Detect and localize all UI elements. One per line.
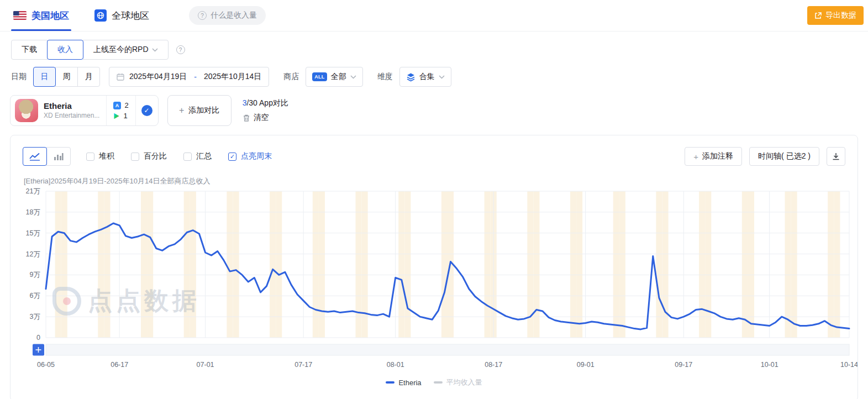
- dimension-select-value: 合集: [419, 72, 435, 82]
- tab-global-region[interactable]: 全球地区: [94, 0, 149, 31]
- checkbox-highlight-weekend[interactable]: ✓ 点亮周末: [228, 151, 272, 161]
- chart-title: [Etheria]2025年04月19日-2025年10月14日全部商店总收入: [24, 176, 858, 186]
- us-flag-icon: [13, 11, 27, 20]
- chart-option-checkboxes: ✓ 堆积 ✓ 百分比 ✓ 汇总 ✓ 点亮周末: [86, 151, 272, 161]
- export-label: 导出数据: [825, 11, 856, 20]
- tab-label: 全球地区: [112, 9, 149, 22]
- date-range-end: 2025年10月14日: [204, 72, 261, 82]
- y-axis-label: 0: [36, 334, 40, 342]
- add-compare-button[interactable]: + 添加对比: [167, 95, 232, 126]
- chart-area: 21万18万15万12万9万6万3万006-0506-1707-0107-170…: [20, 187, 858, 374]
- chart-card: ✓ 堆积 ✓ 百分比 ✓ 汇总 ✓ 点亮周末 + 添加注释 时间轴( 已选2 ): [10, 135, 858, 399]
- chevron-down-icon: [439, 75, 445, 79]
- legend-label: Etheria: [398, 379, 421, 387]
- timeline-label: 时间轴( 已选2 ): [758, 151, 811, 161]
- granularity-control: 日 周 月: [33, 67, 100, 87]
- dimension-filter-label: 维度: [377, 72, 393, 82]
- date-range-start: 2025年04月19日: [129, 72, 187, 82]
- granularity-day[interactable]: 日: [33, 67, 56, 87]
- chevron-down-icon: [152, 48, 158, 52]
- legend-item-average-revenue[interactable]: 平均收入量: [434, 377, 482, 387]
- plus-icon: +: [693, 152, 698, 161]
- app-avatar: [15, 99, 38, 122]
- app-card-etheria[interactable]: Etheria XD Entertainmen... A 2: [10, 95, 159, 126]
- export-data-button[interactable]: 导出数据: [807, 6, 864, 25]
- y-axis-label: 9万: [30, 271, 40, 279]
- store-filter-label: 商店: [283, 72, 299, 82]
- help-pill-label: 什么是收入量: [211, 11, 257, 20]
- dimension-select[interactable]: 合集: [399, 67, 451, 87]
- y-axis-label: 18万: [26, 208, 40, 216]
- granularity-label: 月: [85, 72, 93, 82]
- question-circle-icon: ?: [198, 11, 207, 20]
- checkbox-summary[interactable]: ✓ 汇总: [183, 151, 212, 161]
- trash-icon: [243, 114, 250, 122]
- checkbox-icon: ✓: [228, 153, 236, 161]
- metric-help-icon[interactable]: ?: [176, 45, 185, 54]
- bar-chart-button[interactable]: [46, 147, 71, 166]
- download-chart-button[interactable]: [827, 147, 845, 166]
- chevron-down-icon: [350, 75, 356, 79]
- add-annotation-label: 添加注释: [702, 151, 733, 161]
- metric-tab-downloads[interactable]: 下载: [11, 40, 48, 60]
- granularity-month[interactable]: 月: [77, 67, 100, 87]
- store-select[interactable]: ALL 全部: [306, 67, 362, 87]
- legend-marker: [386, 381, 394, 384]
- add-annotation-button[interactable]: + 添加注释: [685, 147, 742, 166]
- store-select-value: 全部: [331, 72, 346, 82]
- top-header: 美国地区 全球地区 ? 什么是收入量 导出数据: [0, 0, 868, 32]
- chart-type-toggle: [23, 147, 71, 166]
- datazoom-slider[interactable]: [46, 344, 849, 355]
- tab-us-region[interactable]: 美国地区: [13, 0, 69, 31]
- metric-tab-revenue[interactable]: 收入: [47, 40, 83, 60]
- granularity-label: 周: [63, 72, 71, 82]
- export-icon: [814, 12, 822, 19]
- line-chart-icon: [29, 153, 40, 161]
- legend-marker: [434, 381, 443, 384]
- date-range-picker[interactable]: 2025年04月19日 - 2025年10月14日: [109, 67, 269, 87]
- x-axis-label: 08-17: [485, 361, 502, 369]
- date-range-separator: -: [192, 72, 199, 81]
- checkbox-percentage[interactable]: ✓ 百分比: [131, 151, 167, 161]
- metric-segmented-control: 下载 收入 上线至今的RPD: [11, 40, 169, 60]
- android-count: 1: [123, 112, 127, 120]
- compare-counter: 3/30 App对比: [243, 98, 288, 108]
- clear-label: 清空: [254, 113, 269, 123]
- svg-text:A: A: [115, 103, 119, 108]
- legend-item-etheria[interactable]: Etheria: [386, 379, 421, 387]
- x-axis-label: 09-17: [675, 361, 692, 369]
- download-icon: [832, 153, 840, 160]
- x-axis-label: 06-17: [111, 361, 128, 369]
- line-chart-button[interactable]: [23, 147, 47, 166]
- y-axis-label: 15万: [26, 229, 40, 237]
- metric-label: 下载: [22, 45, 37, 55]
- tab-label: 美国地区: [31, 9, 69, 22]
- calendar-icon: [117, 73, 124, 81]
- filter-row: 日期 日 周 月 2025年04月19日 - 2025年10月14日 商店 AL…: [0, 60, 868, 87]
- compare-counter-rest: /30 App对比: [246, 98, 288, 107]
- metric-tab-rpd[interactable]: 上线至今的RPD: [83, 40, 169, 60]
- app-name: Etheria: [44, 101, 99, 112]
- chart-toolbar: ✓ 堆积 ✓ 百分比 ✓ 汇总 ✓ 点亮周末 + 添加注释 时间轴( 已选2 ): [10, 135, 858, 166]
- legend-label: 平均收入量: [446, 377, 482, 387]
- clear-compare-button[interactable]: 清空: [243, 113, 288, 123]
- granularity-label: 日: [41, 72, 49, 82]
- x-axis-label: 07-17: [294, 361, 312, 369]
- x-axis-label: 08-01: [387, 361, 404, 369]
- x-axis-label: 10-14: [840, 361, 858, 369]
- checkbox-stacked[interactable]: ✓ 堆积: [86, 151, 114, 161]
- x-axis-label: 09-01: [577, 361, 595, 369]
- y-axis-label: 3万: [30, 313, 40, 321]
- app-store-icon: A: [113, 102, 121, 109]
- revenue-help-pill[interactable]: ? 什么是收入量: [189, 6, 266, 25]
- granularity-week[interactable]: 周: [55, 67, 78, 87]
- weekend-bands: [55, 191, 840, 338]
- date-filter-label: 日期: [11, 72, 27, 82]
- timeline-button[interactable]: 时间轴( 已选2 ): [749, 147, 819, 166]
- app-publisher: XD Entertainmen...: [44, 112, 99, 120]
- revenue-chart-svg: 21万18万15万12万9万6万3万006-0506-1707-0107-170…: [20, 187, 858, 372]
- y-axis-label: 12万: [26, 250, 40, 258]
- all-store-badge-icon: ALL: [312, 72, 327, 81]
- selected-check-icon[interactable]: ✓: [141, 105, 152, 116]
- globe-icon: [94, 9, 107, 22]
